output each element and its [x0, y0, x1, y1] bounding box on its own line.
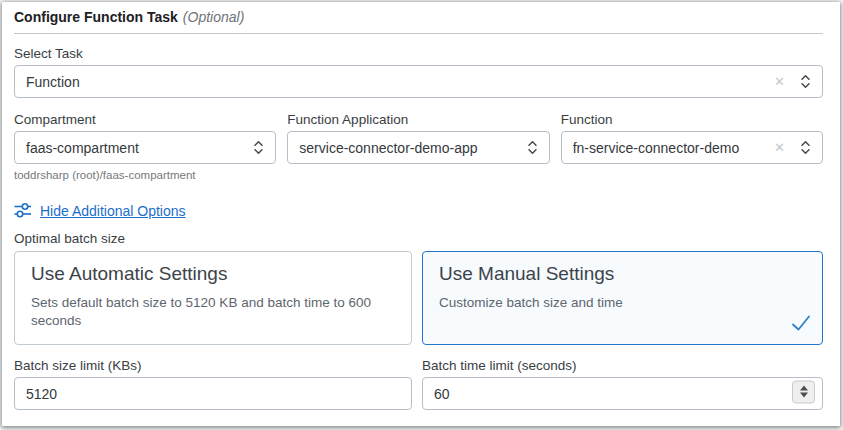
chevron-up-down-icon[interactable]	[800, 73, 811, 90]
optimal-batch-size-label: Optimal batch size	[14, 231, 823, 246]
clear-icon[interactable]: ✕	[774, 141, 785, 154]
batch-size-cards: Use Automatic Settings Sets default batc…	[14, 251, 823, 345]
select-task-value: Function	[26, 74, 766, 90]
use-manual-settings-card[interactable]: Use Manual Settings Customize batch size…	[422, 251, 823, 345]
compartment-field: Compartment faas-compartment toddrsharp …	[14, 112, 276, 181]
function-field: Function fn-service-connector-demo ✕	[561, 112, 823, 181]
chevron-up-down-icon[interactable]	[527, 139, 538, 156]
header-divider	[14, 33, 823, 34]
batch-time-limit-input[interactable]	[422, 377, 823, 410]
use-automatic-settings-card[interactable]: Use Automatic Settings Sets default batc…	[14, 251, 412, 345]
batch-time-limit-field	[422, 373, 823, 410]
clear-icon[interactable]: ✕	[774, 75, 785, 88]
compartment-combobox[interactable]: faas-compartment	[14, 131, 276, 164]
panel-header: Configure Function Task (Optional)	[14, 9, 823, 25]
batch-size-limit-label: Batch size limit (KBs)	[14, 358, 412, 373]
batch-limit-labels: Batch size limit (KBs) Batch time limit …	[14, 358, 823, 373]
batch-limit-inputs	[14, 373, 823, 410]
function-application-combobox[interactable]: service-connector-demo-app	[287, 131, 549, 164]
check-icon	[790, 314, 812, 336]
function-value: fn-service-connector-demo	[573, 140, 766, 156]
configure-function-task-panel: Configure Function Task (Optional) Selec…	[2, 2, 840, 426]
function-combobox[interactable]: fn-service-connector-demo ✕	[561, 131, 823, 164]
function-label: Function	[561, 112, 823, 127]
panel-title: Configure Function Task	[14, 9, 178, 25]
chevron-up-down-icon[interactable]	[800, 139, 811, 156]
number-stepper-icon[interactable]	[792, 380, 815, 403]
manual-card-title: Use Manual Settings	[439, 263, 806, 285]
additional-options-row: Hide Additional Options	[14, 202, 823, 219]
automatic-card-description: Sets default batch size to 5120 KB and b…	[31, 294, 391, 330]
automatic-card-title: Use Automatic Settings	[31, 263, 395, 285]
hide-additional-options-link[interactable]: Hide Additional Options	[40, 203, 186, 219]
select-task-label: Select Task	[14, 46, 823, 61]
function-application-label: Function Application	[287, 112, 549, 127]
function-application-value: service-connector-demo-app	[299, 140, 518, 156]
optional-note: (Optional)	[183, 9, 244, 25]
batch-size-limit-input[interactable]	[14, 377, 412, 410]
compartment-label: Compartment	[14, 112, 276, 127]
compartment-helper-text: toddrsharp (root)/faas-compartment	[14, 169, 276, 181]
batch-size-limit-field	[14, 373, 412, 410]
function-selection-row: Compartment faas-compartment toddrsharp …	[14, 112, 823, 181]
chevron-up-down-icon[interactable]	[253, 139, 264, 156]
sliders-icon	[14, 202, 32, 219]
batch-time-limit-label: Batch time limit (seconds)	[422, 358, 823, 373]
function-application-field: Function Application service-connector-d…	[287, 112, 549, 181]
manual-card-description: Customize batch size and time	[439, 294, 799, 312]
compartment-value: faas-compartment	[26, 140, 245, 156]
select-task-combobox[interactable]: Function ✕	[14, 65, 823, 98]
